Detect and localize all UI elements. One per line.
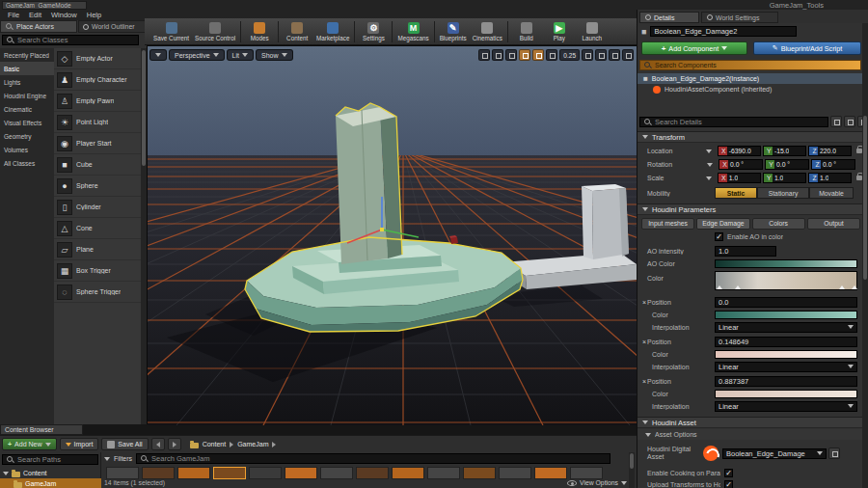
ramp-stop-marker[interactable] xyxy=(852,285,857,289)
window-tab[interactable]: GameJam_GameMode xyxy=(2,1,87,10)
actor-name-input[interactable]: Boolean_Edge_Damage2 xyxy=(650,26,797,37)
color-ramp-widget[interactable] xyxy=(715,271,857,290)
blueprints-button[interactable]: ✎Blueprints xyxy=(437,19,470,44)
search-paths-input[interactable]: Search Paths xyxy=(2,454,98,465)
gizmo-rotate-icon[interactable] xyxy=(492,49,503,61)
component-row-instance[interactable]: ■ Boolean_Edge_Damage2(Instance) xyxy=(637,73,863,84)
category-lights[interactable]: Lights xyxy=(0,75,54,89)
viewport-options-button[interactable] xyxy=(149,49,167,61)
details-scrollbar[interactable] xyxy=(862,23,868,488)
viewport-lit-button[interactable]: Lit xyxy=(227,49,254,61)
remove-point-icon[interactable]: × xyxy=(637,378,647,385)
rebuild-asset-icon[interactable] xyxy=(828,447,840,459)
maximize-viewport-icon[interactable] xyxy=(622,49,634,61)
filter-details-icon[interactable] xyxy=(830,116,842,127)
scale-snap-icon[interactable] xyxy=(595,49,607,61)
search-classes-input[interactable]: Search Classes xyxy=(2,35,139,45)
tab-edge-damage[interactable]: Edge Damage xyxy=(696,218,749,230)
tab-colors[interactable]: Colors xyxy=(752,218,805,230)
component-row-houdini[interactable]: HoudiniAssetComponent (Inherited) xyxy=(637,84,863,95)
mobility-static-button[interactable]: Static xyxy=(715,187,757,199)
ao-color-bar[interactable] xyxy=(715,259,857,268)
build-button[interactable]: Build xyxy=(510,19,543,44)
search-assets-input[interactable]: Search GameJam xyxy=(136,453,610,464)
folder-row-content[interactable]: Content xyxy=(0,468,101,478)
breadcrumb-gamejam[interactable]: GameJam xyxy=(237,441,268,447)
digital-asset-dropdown[interactable]: Boolean_Edge_Damage xyxy=(722,448,827,459)
point1-position-field[interactable]: 0.0 xyxy=(715,297,857,308)
houdini-parameters-section-header[interactable]: Houdini Parameters xyxy=(637,203,862,215)
content-button[interactable]: Content xyxy=(281,19,313,44)
world-local-toggle-icon[interactable] xyxy=(519,49,530,61)
point2-position-field[interactable]: 0.148649 xyxy=(715,337,857,347)
search-details-input[interactable]: Search Details xyxy=(639,117,828,127)
viewport-3d[interactable]: Perspective Lit Show 0.25 xyxy=(147,45,637,424)
tab-content-browser[interactable]: Content Browser xyxy=(0,424,83,435)
enable-cooking-checkbox[interactable]: ✓ xyxy=(724,469,733,477)
ao-intensity-field[interactable]: 1.0 xyxy=(715,246,776,257)
cinematics-button[interactable]: Cinematics xyxy=(470,19,505,44)
remove-point-icon[interactable]: × xyxy=(637,339,647,345)
scale-z-field[interactable]: Z1.0 xyxy=(808,173,852,183)
enable-ao-checkbox[interactable]: ✓ xyxy=(715,232,723,241)
rotation-z-field[interactable]: Z0.0 ° xyxy=(811,159,855,170)
point1-color-bar[interactable] xyxy=(715,311,857,319)
point3-interpolation-dropdown[interactable]: Linear xyxy=(715,401,857,412)
location-z-field[interactable]: Z220.0 xyxy=(808,146,852,156)
gizmo-scale-icon[interactable] xyxy=(505,49,517,61)
content-scrollbar[interactable] xyxy=(629,452,635,488)
settings-button[interactable]: ⚙Settings xyxy=(357,19,390,44)
megascans-button[interactable]: MMegascans xyxy=(394,19,431,44)
tab-input-meshes[interactable]: Input meshes xyxy=(641,218,694,230)
actor-empty-pawn[interactable]: ♙Empty Pawn xyxy=(54,91,141,112)
menu-window[interactable]: Window xyxy=(46,11,82,19)
viewport-perspective-button[interactable]: Perspective xyxy=(169,49,225,61)
folder-row-gamejam[interactable]: GameJam xyxy=(0,478,101,488)
save-current-button[interactable]: Save Current xyxy=(150,19,192,44)
filters-button[interactable]: Filters xyxy=(114,455,132,462)
asset-options-subheader[interactable]: Asset Options xyxy=(637,429,862,440)
upload-transforms-checkbox[interactable]: ✓ xyxy=(724,480,733,488)
actor-plane[interactable]: ▱Plane xyxy=(54,239,141,260)
expand-all-icon[interactable] xyxy=(844,116,855,127)
source-control-button[interactable]: Source Control xyxy=(192,19,238,44)
location-x-field[interactable]: X-6390.0 xyxy=(718,146,761,156)
view-options-button[interactable]: View Options xyxy=(567,479,627,486)
grid-snap-value[interactable]: 0.25 xyxy=(559,49,580,61)
ramp-stop-marker[interactable] xyxy=(735,285,741,289)
category-recently-placed[interactable]: Recently Placed xyxy=(0,48,54,62)
category-cinematic[interactable]: Cinematic xyxy=(0,102,54,116)
menu-edit[interactable]: Edit xyxy=(24,11,46,19)
point3-color-bar[interactable] xyxy=(715,390,857,398)
rotation-y-field[interactable]: Y0.0 ° xyxy=(765,159,809,170)
marketplace-button[interactable]: Marketplace xyxy=(313,19,352,44)
category-visual-effects[interactable]: Visual Effects xyxy=(0,116,54,129)
tab-output[interactable]: Output xyxy=(807,218,860,230)
mobility-movable-button[interactable]: Movable xyxy=(809,187,854,199)
import-button[interactable]: Import xyxy=(60,438,99,450)
point3-position-field[interactable]: 0.887387 xyxy=(715,376,857,387)
actor-player-start[interactable]: ◉Player Start xyxy=(54,133,141,154)
point2-interpolation-dropdown[interactable]: Linear xyxy=(715,362,857,372)
scrollbar-thumb[interactable] xyxy=(863,116,867,280)
rotation-snap-icon[interactable] xyxy=(582,49,593,61)
history-back-button[interactable] xyxy=(151,438,165,450)
actor-sphere-trigger[interactable]: ◌Sphere Trigger xyxy=(54,282,141,303)
modes-button[interactable]: Modes xyxy=(243,19,276,44)
tab-world-settings[interactable]: World Settings xyxy=(701,12,778,23)
remove-point-icon[interactable]: × xyxy=(637,299,647,306)
actor-cylinder[interactable]: ▯Cylinder xyxy=(54,197,141,218)
point1-interpolation-dropdown[interactable]: Linear xyxy=(715,322,857,333)
actor-empty-character[interactable]: ♟Empty Character xyxy=(54,69,141,91)
actor-point-light[interactable]: ☀Point Light xyxy=(54,112,141,133)
search-components-input[interactable]: Search Components xyxy=(639,60,861,70)
grid-snap-icon[interactable] xyxy=(546,49,557,61)
category-geometry[interactable]: Geometry xyxy=(0,129,54,143)
play-button[interactable]: ▶Play xyxy=(543,19,576,44)
category-basic[interactable]: Basic xyxy=(0,62,54,75)
launch-button[interactable]: Launch xyxy=(576,19,609,44)
actor-box-trigger[interactable]: ▦Box Trigger xyxy=(54,260,141,282)
surface-snap-icon[interactable] xyxy=(532,49,544,61)
viewport-show-button[interactable]: Show xyxy=(256,49,293,61)
actor-sphere[interactable]: ●Sphere xyxy=(54,176,141,197)
